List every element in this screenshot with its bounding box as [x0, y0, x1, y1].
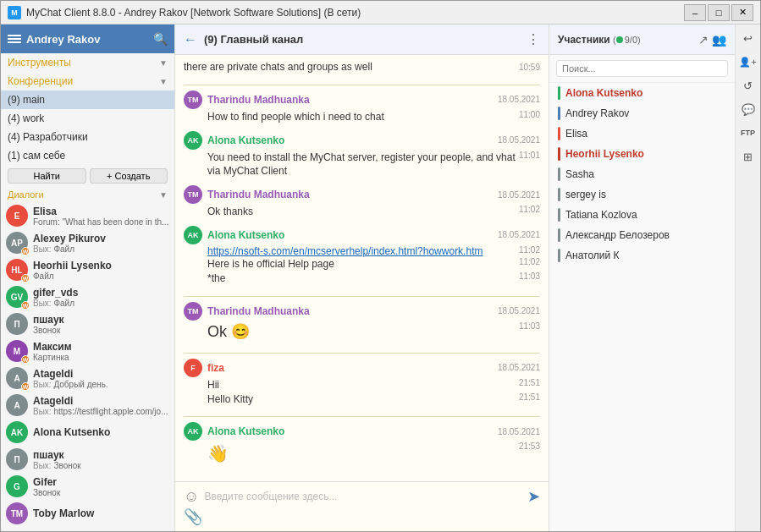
action-history[interactable]: ↺: [738, 75, 758, 96]
action-contacts[interactable]: 👤+: [738, 52, 758, 72]
channel-dev[interactable]: (4) Разработчики: [1, 128, 174, 146]
dialog-info-atageldi1: Atageldi Вых: Добрый день.: [33, 368, 169, 389]
msg-text-m6: Ok 😊: [184, 321, 250, 343]
online-dot: [616, 36, 623, 43]
msg-avatar-m8: AK: [184, 422, 202, 441]
dialog-info-elisa: Elisa Forum: "What has been done in th..…: [33, 206, 169, 227]
sidebar-menu: Инструменты ▼ Конференции ▼: [1, 53, 174, 90]
dialog-gifer2[interactable]: G Gifer Звонок: [1, 473, 174, 500]
dialog-alona[interactable]: AK Alona Kutsenko: [1, 419, 174, 446]
dialog-heorhii[interactable]: HL W Heorhii Lysenko Файл: [1, 256, 174, 283]
msg-text-m7b: Hello Kitty: [184, 392, 253, 407]
action-back[interactable]: ↩: [738, 28, 758, 48]
action-chat[interactable]: 💬: [738, 99, 758, 119]
participant-name-andrey: Andrey Rakov: [565, 107, 629, 119]
dialog-alexey[interactable]: AP W Alexey Pikurov Вых: Файл: [1, 229, 174, 256]
send-button[interactable]: ➤: [527, 487, 540, 506]
participants-count: (9/0): [613, 35, 641, 45]
sidebar-header-left: Andrey Rakov: [8, 33, 100, 46]
message-m7: F fiza 18.05.2021 Hii 21:51 Hello Kitty …: [184, 359, 540, 407]
msg-body-m7a: Hii 21:51: [184, 378, 540, 392]
msg-sender-m2: Tharindu Madhuanka: [207, 94, 310, 106]
avatar-toby: TM: [6, 502, 28, 524]
msg-sender-m3: Alona Kutsenko: [207, 134, 284, 146]
dialog-atageldi2[interactable]: A Atageldi Вых: https://testflight.apple…: [1, 392, 174, 419]
participant-anatoly[interactable]: Анатолий К: [549, 245, 735, 266]
maximize-button[interactable]: □: [708, 4, 730, 21]
msg-date-m7: 18.05.2021: [498, 363, 540, 372]
dialog-info-alona: Alona Kutsenko: [33, 426, 169, 438]
dialog-info-atageldi2: Atageldi Вых: https://testflight.apple.c…: [33, 395, 169, 416]
conferences-arrow: ▼: [159, 77, 168, 86]
find-create-bar: Найти + Создать: [1, 165, 174, 187]
chat-options-button[interactable]: ⋮: [527, 31, 540, 47]
create-button[interactable]: + Создать: [90, 168, 168, 184]
minimize-button[interactable]: –: [684, 4, 706, 21]
msg-date-m6: 18.05.2021: [498, 306, 540, 315]
dialog-pshauk[interactable]: П пшаук Звонок: [1, 310, 174, 337]
menu-toggle[interactable]: [8, 35, 21, 43]
dialog-maxim[interactable]: М W Максим Картинка: [1, 337, 174, 365]
dialog-elisa[interactable]: E Elisa Forum: "What has been done in th…: [1, 202, 174, 229]
message-m3: AK Alona Kutsenko 18.05.2021 You need to…: [184, 131, 540, 179]
msg-body-m2: How to find people which i need to chat …: [184, 110, 540, 124]
msg-sender-m8: Alona Kutsenko: [207, 425, 284, 437]
msg-date-m2: 18.05.2021: [498, 95, 540, 104]
participants-search-input[interactable]: [556, 60, 728, 77]
participant-sergey[interactable]: sergey is: [549, 184, 735, 205]
msg-body-m3: You need to install the MyChat server, r…: [184, 151, 540, 179]
msg-date-m3: 18.05.2021: [498, 135, 540, 145]
msg-header-m7: F fiza 18.05.2021: [184, 359, 540, 377]
msg-avatar-m4: TM: [184, 185, 202, 204]
back-button[interactable]: ←: [184, 32, 197, 47]
main-content: Andrey Rakov 🔍 Инструменты ▼ Конференции…: [1, 25, 760, 531]
avatar-elisa: E: [6, 205, 28, 227]
attach-button[interactable]: 📎: [184, 508, 202, 525]
dialog-gifer[interactable]: GV W gifer_vds Вых: Файл: [1, 283, 174, 310]
participant-bar-alona: [558, 86, 560, 100]
dialog-toby[interactable]: TM Toby Marlow: [1, 500, 174, 527]
msg-time-m5b: 11:02: [519, 257, 540, 271]
participant-sasha[interactable]: Sasha: [549, 164, 735, 184]
avatar-gifer2: G: [6, 475, 28, 497]
participant-name-sergey: sergey is: [565, 189, 606, 200]
dialog-pshauk2[interactable]: П пшаук Вых: Звонок: [1, 446, 174, 473]
message-input[interactable]: [204, 487, 522, 506]
msg-link-m5[interactable]: https://nsoft-s.com/en/mcserverhelp/inde…: [184, 245, 483, 257]
action-ftp[interactable]: FTP: [738, 123, 758, 143]
participant-heorhii[interactable]: Heorhii Lysenko: [549, 144, 735, 164]
emoji-button[interactable]: ☺: [184, 488, 199, 506]
participant-elisa[interactable]: Elisa: [549, 123, 735, 144]
msg-date-m5: 18.05.2021: [498, 230, 540, 239]
message-m1: there are private chats and groups as we…: [184, 60, 540, 74]
conferences-menu-item[interactable]: Конференции ▼: [1, 72, 174, 90]
sidebar-search-button[interactable]: 🔍: [153, 32, 168, 46]
close-button[interactable]: ✕: [731, 4, 753, 21]
message-m8: AK Alona Kutsenko 18.05.2021 👋 21:53: [184, 422, 540, 465]
channel-work[interactable]: (4) work: [1, 109, 174, 128]
participant-alona[interactable]: Alona Kutsenko: [549, 83, 735, 103]
w-badge-maxim: W: [21, 355, 30, 364]
msg-text-m8: 👋: [184, 442, 229, 465]
msg-date-m8: 18.05.2021: [498, 427, 540, 436]
msg-body-m4: Ok thanks 11:02: [184, 205, 540, 219]
share-icon-button[interactable]: ↗: [698, 33, 709, 47]
msg-sender-m6: Tharindu Madhuanka: [207, 305, 310, 317]
participant-andrey[interactable]: Andrey Rakov: [549, 103, 735, 123]
participants-title-group: Участники (9/0): [558, 34, 641, 46]
msg-header-m2: TM Tharindu Madhuanka 18.05.2021: [184, 90, 540, 109]
participant-alexander[interactable]: Александр Белозеров: [549, 225, 735, 245]
dialog-atageldi1[interactable]: A W Atageldi Вых: Добрый день.: [1, 365, 174, 392]
participant-tatiana[interactable]: Tatiana Kozlova: [549, 205, 735, 225]
avatar-gifer: GV W: [6, 286, 28, 308]
channel-main[interactable]: (9) main: [1, 90, 174, 109]
dialogs-arrow: ▼: [159, 190, 168, 200]
msg-time-m7b: 21:51: [519, 392, 540, 407]
contacts-icon-button[interactable]: 👥: [712, 33, 726, 47]
divider-4: [184, 416, 540, 417]
action-grid[interactable]: ⊞: [738, 146, 758, 167]
channel-self[interactable]: (1) сам себе: [1, 146, 174, 165]
find-button[interactable]: Найти: [8, 168, 86, 184]
participant-bar-tatiana: [558, 208, 560, 222]
tools-menu-item[interactable]: Инструменты ▼: [1, 53, 174, 72]
